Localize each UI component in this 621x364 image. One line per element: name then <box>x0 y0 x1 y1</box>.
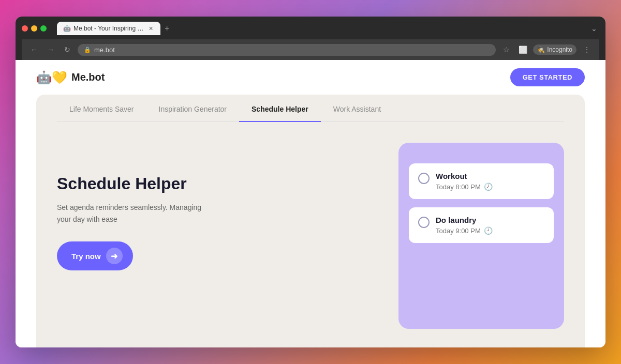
tab-close-button[interactable]: ✕ <box>147 25 154 32</box>
address-bar[interactable]: 🔒 me.bot <box>78 44 496 56</box>
browser-controls: 🤖 Me.bot - Your Inspiring Com... ✕ + ⌄ <box>22 22 599 35</box>
traffic-lights <box>22 25 47 32</box>
task-time-workout: Today 8:00 PM 🕗 <box>436 183 544 191</box>
task-info-workout: Workout Today 8:00 PM 🕗 <box>436 172 544 191</box>
main-section: Life Moments Saver Inspiration Generator… <box>36 95 585 347</box>
section-description: Set agenda reminders seamlessly. Managin… <box>57 202 202 225</box>
bookmark-icon[interactable]: ☆ <box>500 43 512 56</box>
tab-title: Me.bot - Your Inspiring Com... <box>73 25 144 32</box>
logo-emoji: 🤖💛 <box>36 70 67 85</box>
more-options-button[interactable]: ⋮ <box>581 43 593 56</box>
close-window-button[interactable] <box>22 25 28 32</box>
lock-icon: 🔒 <box>84 47 91 53</box>
minimize-window-button[interactable] <box>31 25 37 32</box>
task-time-laundry: Today 9:00 PM 🕘 <box>436 226 544 235</box>
browser-controls-right: ⌄ <box>589 22 599 35</box>
logo: 🤖💛 Me.bot <box>36 70 105 85</box>
incognito-badge: 🕵️ Incognito <box>533 44 576 55</box>
feature-tabs: Life Moments Saver Inspiration Generator… <box>57 95 564 122</box>
new-tab-button[interactable]: + <box>160 22 173 35</box>
tab-life-moments-saver[interactable]: Life Moments Saver <box>57 95 146 122</box>
arrow-right-icon: ➜ <box>106 248 123 264</box>
left-content: Schedule Helper Set agenda reminders sea… <box>57 143 378 270</box>
task-time-text-laundry: Today 9:00 PM <box>436 227 481 235</box>
address-text: me.bot <box>94 46 115 54</box>
nav-right: ☆ ⬜ 🕵️ Incognito ⋮ <box>500 43 593 56</box>
tab-favicon-icon: 🤖 <box>63 25 70 32</box>
task-time-text-workout: Today 8:00 PM <box>436 183 481 191</box>
forward-button[interactable]: → <box>45 43 57 56</box>
try-now-label: Try now <box>71 252 101 261</box>
get-started-button[interactable]: GET STARTED <box>510 68 585 86</box>
content-area: Schedule Helper Set agenda reminders sea… <box>57 143 564 329</box>
incognito-label: Incognito <box>547 46 572 53</box>
logo-text: Me.bot <box>71 71 105 83</box>
task-checkbox-workout[interactable] <box>418 173 430 184</box>
browser-chrome: 🤖 Me.bot - Your Inspiring Com... ✕ + ⌄ ←… <box>16 17 605 60</box>
back-button[interactable]: ← <box>28 43 40 56</box>
refresh-button[interactable]: ↻ <box>61 43 73 56</box>
incognito-icon: 🕵️ <box>537 46 545 53</box>
page-content: 🤖💛 Me.bot GET STARTED Life Moments Saver… <box>16 60 605 347</box>
browser-tab-active[interactable]: 🤖 Me.bot - Your Inspiring Com... ✕ <box>57 22 160 35</box>
section-title: Schedule Helper <box>57 174 378 193</box>
task-name-laundry: Do laundry <box>436 216 544 224</box>
try-now-button[interactable]: Try now ➜ <box>57 241 133 270</box>
task-checkbox-laundry[interactable] <box>418 217 430 228</box>
task-name-workout: Workout <box>436 172 544 180</box>
clock-icon-laundry: 🕘 <box>484 226 493 235</box>
site-header: 🤖💛 Me.bot GET STARTED <box>16 60 605 95</box>
fullscreen-window-button[interactable] <box>40 25 47 32</box>
extensions-icon[interactable]: ⬜ <box>516 43 529 56</box>
task-card-container: Workout Today 8:00 PM 🕗 Do laundry <box>398 143 564 329</box>
tab-schedule-helper[interactable]: Schedule Helper <box>239 95 321 122</box>
task-info-laundry: Do laundry Today 9:00 PM 🕘 <box>436 216 544 235</box>
task-item-laundry: Do laundry Today 9:00 PM 🕘 <box>409 207 554 243</box>
tab-work-assistant[interactable]: Work Assistant <box>321 95 393 122</box>
nav-bar: ← → ↻ 🔒 me.bot ☆ ⬜ 🕵️ Incognito ⋮ <box>22 39 599 60</box>
browser-window: 🤖 Me.bot - Your Inspiring Com... ✕ + ⌄ ←… <box>16 17 605 347</box>
tab-inspiration-generator[interactable]: Inspiration Generator <box>146 95 240 122</box>
chevron-down-icon[interactable]: ⌄ <box>589 22 599 35</box>
tabs-bar: 🤖 Me.bot - Your Inspiring Com... ✕ + <box>57 22 585 35</box>
clock-icon-workout: 🕗 <box>484 183 493 191</box>
task-item-workout: Workout Today 8:00 PM 🕗 <box>409 163 554 199</box>
